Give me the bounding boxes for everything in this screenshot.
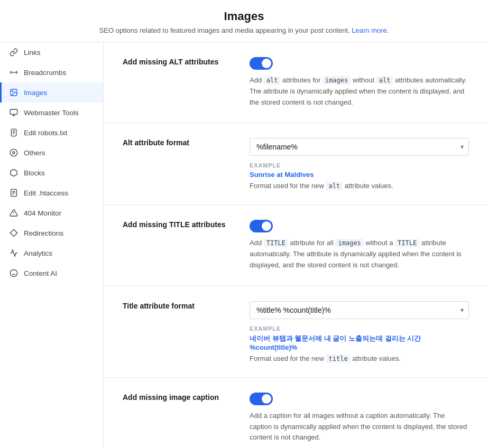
example-label: EXAMPLE <box>250 162 469 169</box>
sidebar-item-label: Analytics <box>24 249 52 257</box>
file-icon <box>9 188 19 198</box>
title-description: Add TITLE attribute for all images witho… <box>250 238 469 270</box>
caption-toggle[interactable] <box>250 393 273 405</box>
sidebar-item-label: Others <box>24 149 45 157</box>
sidebar-item-label: Edit .htaccess <box>24 189 68 197</box>
sidebar-item-images[interactable]: Images <box>0 82 103 102</box>
link-icon <box>9 48 19 57</box>
sidebar-item-analytics[interactable]: Analytics <box>0 243 103 263</box>
section-alt-format: Alt attribute format %filename% %title% … <box>104 123 488 205</box>
sidebar-item-breadcrumbs[interactable]: Breadcrumbs <box>0 62 103 82</box>
sidebar-item-others[interactable]: Others <box>0 143 103 163</box>
section-title: Title attribute format <box>123 301 228 312</box>
title-toggle[interactable] <box>250 220 273 232</box>
sidebar-item-404-monitor[interactable]: 404 Monitor <box>0 203 103 223</box>
svg-rect-3 <box>10 109 17 114</box>
blocks-icon <box>9 168 19 178</box>
page-title: Images <box>11 10 477 23</box>
ai-icon <box>9 268 19 278</box>
sidebar-item-webmaster-tools[interactable]: Webmaster Tools <box>0 102 103 123</box>
title-format-dropdown[interactable]: %title% %count(title)% %filename% %alt% <box>250 301 469 319</box>
layout: Links Breadcrumbs Images Webmaster Tools <box>0 42 488 448</box>
sidebar-item-content-ai[interactable]: Content AI <box>0 263 103 283</box>
diamond-icon <box>9 228 19 238</box>
page-description: SEO options related to featured images a… <box>11 26 477 34</box>
sidebar-item-edit-htaccess[interactable]: Edit .htaccess <box>0 183 103 203</box>
sidebar-item-links[interactable]: Links <box>0 42 103 62</box>
section-title: Add missing ALT attributes <box>123 57 228 68</box>
robot-icon <box>9 128 19 137</box>
svg-point-2 <box>12 91 13 92</box>
image-icon <box>9 88 19 97</box>
learn-more-link[interactable]: Learn more. <box>352 26 389 34</box>
breadcrumb-icon <box>9 68 19 77</box>
section-title: Add missing image caption <box>123 393 228 403</box>
example-value: Sunrise at Maldives <box>250 171 469 179</box>
sidebar-item-label: Redirections <box>24 229 63 237</box>
sidebar-item-label: Blocks <box>24 169 45 177</box>
section-add-missing-caption: Add missing image caption Add a caption … <box>104 378 488 448</box>
sidebar-item-label: Content AI <box>24 269 57 277</box>
svg-point-11 <box>13 152 15 154</box>
sidebar-item-label: Images <box>24 89 47 97</box>
analytics-icon <box>9 248 19 258</box>
page-header: Images SEO options related to featured i… <box>0 0 488 42</box>
sidebar-item-label: Edit robots.txt <box>24 129 68 137</box>
sidebar-item-label: Webmaster Tools <box>24 109 79 117</box>
section-add-missing-title: Add missing TITLE attributes Add TITLE a… <box>104 205 488 286</box>
format-note: Format used for the new alt attribute va… <box>250 182 469 190</box>
main-content: Add missing ALT attributes Add alt attri… <box>104 42 488 448</box>
sidebar-item-blocks[interactable]: Blocks <box>0 163 103 183</box>
triangle-icon <box>9 208 19 218</box>
caption-description: Add a caption for all images without a c… <box>250 410 469 443</box>
alt-toggle[interactable] <box>250 57 273 70</box>
webmaster-icon <box>9 108 19 117</box>
svg-marker-18 <box>10 229 17 236</box>
format-note: Format used for the new title attribute … <box>250 354 469 362</box>
sidebar-item-redirections[interactable]: Redirections <box>0 223 103 243</box>
circle-icon <box>9 148 19 157</box>
alt-format-dropdown[interactable]: %filename% %title% %alt% <box>250 138 469 156</box>
svg-point-10 <box>10 149 17 156</box>
example-label: EXAMPLE <box>250 325 469 332</box>
svg-point-19 <box>10 269 17 276</box>
example-value: 네이버 뷰탭과 웰문서에 내 글이 노출되는데 걸리는 시간 %count(ti… <box>250 334 469 351</box>
section-title-format: Title attribute format %title% %count(ti… <box>104 286 488 378</box>
sidebar-item-edit-robots[interactable]: Edit robots.txt <box>0 123 103 143</box>
section-title: Add missing TITLE attributes <box>123 220 228 230</box>
sidebar-item-label: Breadcrumbs <box>24 69 66 77</box>
section-title: Alt attribute format <box>123 138 228 148</box>
sidebar: Links Breadcrumbs Images Webmaster Tools <box>0 42 104 448</box>
sidebar-item-label: 404 Monitor <box>24 209 61 217</box>
alt-description: Add alt attributes for images without al… <box>250 75 469 108</box>
section-add-missing-alt: Add missing ALT attributes Add alt attri… <box>104 42 488 123</box>
sidebar-item-label: Links <box>24 49 41 57</box>
